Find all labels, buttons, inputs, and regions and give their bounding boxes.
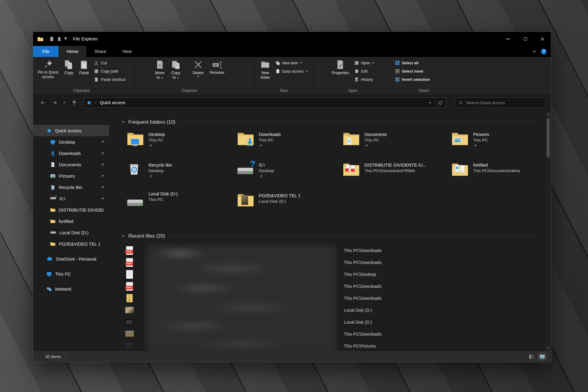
- cut-button[interactable]: Cut: [92, 59, 128, 67]
- tab-file[interactable]: File: [33, 46, 58, 57]
- recent-locations-dropdown[interactable]: [61, 98, 67, 107]
- copy-icon: [64, 60, 74, 70]
- tile-downloads[interactable]: Downloads This PC: [237, 132, 343, 162]
- search-box[interactable]: [455, 97, 546, 108]
- tile-distributie[interactable]: DISTRIBUTIE DIVIDENTE IU... This PC\Docu…: [343, 162, 451, 193]
- invert-selection-button[interactable]: Invert selection: [393, 75, 432, 84]
- search-icon: [459, 100, 463, 105]
- refresh-button[interactable]: [435, 98, 445, 107]
- sidebar-item-distributie[interactable]: DISTRIBUTIE DIVIDEI: [33, 204, 109, 216]
- recent-file-row[interactable]: This PC\Pictures: [127, 340, 545, 351]
- status-divider: [66, 354, 66, 359]
- edit-button[interactable]: Edit: [352, 67, 377, 75]
- scroll-down-icon[interactable]: [545, 345, 551, 350]
- tile-poze-video[interactable]: POZE&VIDEO TEL 1 Local Disk (D:): [237, 193, 343, 224]
- copy-button[interactable]: Copy: [61, 58, 76, 76]
- tile-g-drive[interactable]: ? G:\ Desktop: [237, 162, 343, 193]
- ribbon-group-organize: Moveto Copyto Delete Rename Organize: [130, 57, 249, 94]
- pin-to-quick-access-button[interactable]: Pin to Quickaccess: [35, 58, 61, 80]
- thumbnails-view-button[interactable]: [538, 353, 546, 360]
- properties-button[interactable]: Properties: [329, 58, 352, 76]
- sidebar-item-recycle-bin[interactable]: Recycle Bin: [33, 182, 109, 193]
- easy-access-button[interactable]: Easy access: [273, 67, 310, 75]
- tile-fortified[interactable]: fortified This PC\Documents\alina: [451, 162, 545, 193]
- properties-qat-icon[interactable]: [49, 36, 54, 41]
- new-folder-button[interactable]: Newfolder: [258, 58, 273, 81]
- details-view-button[interactable]: [528, 353, 536, 360]
- rename-button[interactable]: Rename: [207, 58, 227, 76]
- paste-shortcut-button[interactable]: Paste shortcut: [92, 75, 128, 84]
- recent-files-header[interactable]: Recent files (20): [121, 231, 545, 241]
- sidebar-item-poze-video[interactable]: POZE&VIDEO TEL 1: [33, 238, 109, 250]
- frequent-folders-header[interactable]: Frequent folders (10): [121, 117, 545, 127]
- photo-thumbnail-icon: [125, 331, 134, 337]
- window-title: File Explorer: [73, 36, 98, 41]
- sidebar-item-this-pc[interactable]: This PC: [33, 268, 109, 280]
- tile-documents[interactable]: Documents This PC: [343, 132, 451, 162]
- collapse-ribbon-icon[interactable]: [532, 49, 537, 54]
- sidebar-item-desktop[interactable]: Desktop: [33, 136, 109, 148]
- sidebar-item-documents[interactable]: Documents: [33, 159, 109, 170]
- delete-button[interactable]: Delete: [190, 58, 206, 78]
- vertical-scrollbar[interactable]: [545, 111, 551, 351]
- collapse-section-icon: [121, 120, 126, 124]
- address-dropdown-button[interactable]: [426, 98, 434, 107]
- history-button[interactable]: History: [352, 75, 377, 84]
- recent-file-row[interactable]: This PC\Downloads: [127, 292, 545, 304]
- recent-file-row[interactable]: Local Disk (D:): [127, 316, 545, 328]
- pin-icon: [364, 144, 368, 148]
- this-pc-icon: [47, 271, 52, 277]
- pin-icon: [149, 144, 152, 148]
- customize-qat-dropdown-icon[interactable]: [64, 38, 67, 40]
- recent-file-row[interactable]: This PC\Desktop: [127, 268, 545, 280]
- group-label-new: New: [249, 88, 318, 94]
- dropdown-caret-icon: [161, 77, 163, 79]
- sidebar-item-local-disk-d[interactable]: Local Disk (D:): [33, 227, 109, 238]
- select-all-button[interactable]: Select all: [393, 59, 432, 67]
- new-folder-qat-icon[interactable]: [57, 37, 62, 41]
- tile-desktop[interactable]: Desktop This PC: [127, 132, 237, 162]
- breadcrumb-location[interactable]: Quick access: [100, 100, 125, 105]
- back-button[interactable]: [38, 98, 48, 107]
- recent-file-row[interactable]: This PC\Downloads: [127, 328, 545, 340]
- sidebar-item-pictures[interactable]: Pictures: [33, 170, 109, 182]
- address-bar[interactable]: Quick access: [83, 97, 446, 108]
- copy-to-button[interactable]: Copyto: [168, 58, 183, 81]
- tile-pictures[interactable]: Pictures This PC: [451, 132, 545, 162]
- recent-file-row[interactable]: Local Disk (D:): [127, 304, 545, 316]
- sidebar-item-network[interactable]: Network: [33, 283, 109, 295]
- sidebar-item-downloads[interactable]: Downloads: [33, 148, 109, 159]
- minimize-button[interactable]: [499, 32, 517, 46]
- forward-button[interactable]: [50, 98, 59, 107]
- maximize-button[interactable]: [517, 32, 534, 46]
- tab-share[interactable]: Share: [86, 46, 114, 57]
- easy-access-icon: [275, 69, 280, 74]
- new-item-button[interactable]: New item: [273, 59, 310, 67]
- sidebar-item-quick-access[interactable]: Quick access: [33, 125, 109, 136]
- search-input[interactable]: [466, 100, 542, 105]
- scrollbar-thumb[interactable]: [547, 118, 550, 157]
- copy-path-button[interactable]: Copy path: [92, 67, 128, 75]
- sidebar-item-g-drive[interactable]: ? G:\: [33, 193, 109, 204]
- group-label-open: Open: [319, 88, 387, 94]
- select-none-button[interactable]: Select none: [393, 67, 432, 75]
- scroll-up-icon[interactable]: [545, 111, 551, 117]
- move-to-button[interactable]: Moveto: [152, 58, 168, 81]
- recent-file-row[interactable]: PDF This PC\Downloads: [127, 244, 545, 256]
- file-explorer-window: File Explorer File Home Share View ? Pin…: [33, 32, 551, 362]
- recent-file-row[interactable]: PDF This PC\Downloads: [127, 256, 545, 268]
- tile-local-disk-d[interactable]: Local Disk (D:) This PC: [127, 193, 237, 224]
- sidebar-item-onedrive[interactable]: OneDrive - Personal: [33, 253, 109, 265]
- sidebar-item-fortified[interactable]: fortified: [33, 216, 109, 227]
- help-button[interactable]: ?: [541, 49, 547, 55]
- tab-home[interactable]: Home: [58, 46, 86, 57]
- paste-button[interactable]: Paste: [76, 58, 92, 76]
- title-bar: File Explorer: [33, 32, 551, 46]
- folder-desktop-icon: [127, 132, 144, 146]
- recent-file-row[interactable]: PDF This PC\Downloads: [127, 280, 545, 292]
- open-button[interactable]: Open: [352, 59, 377, 67]
- tile-recycle-bin[interactable]: Recycle Bin Desktop: [127, 162, 237, 193]
- tab-view[interactable]: View: [114, 46, 140, 57]
- close-button[interactable]: [534, 32, 551, 46]
- up-button[interactable]: [69, 98, 79, 107]
